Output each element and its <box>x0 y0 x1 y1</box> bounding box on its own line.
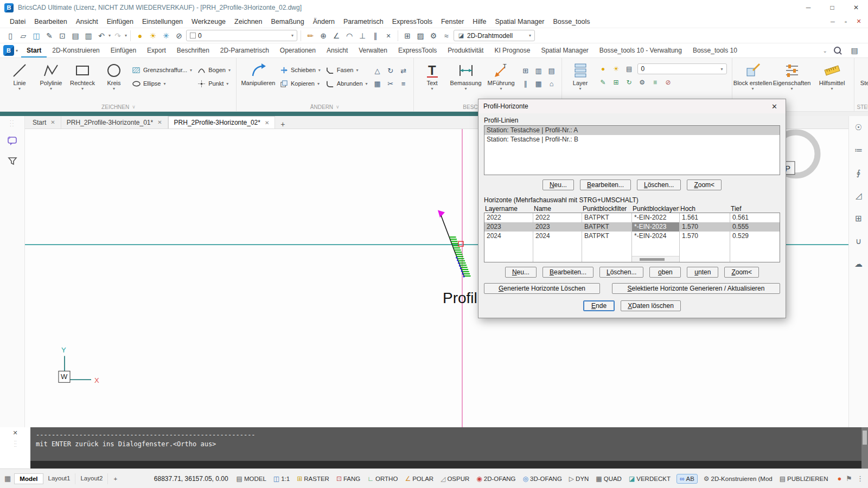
selektierte-horizonte-generieren-button[interactable]: Selektierte Horizonte Generieren / Aktua… <box>612 283 780 294</box>
neu-button[interactable]: Neu... <box>542 179 574 190</box>
scrollbar-thumb[interactable] <box>640 258 665 261</box>
status-toggle[interactable]: ▤ MODEL <box>235 474 267 483</box>
panels-icon[interactable]: ▤ <box>848 44 860 56</box>
group-label-aendern[interactable]: ÄNDERN∨ <box>239 102 411 111</box>
table-cell[interactable]: *-EIN-2023 <box>632 222 679 232</box>
array-icon[interactable]: ▦ <box>372 78 384 89</box>
layer-list-icon[interactable]: ≡ <box>650 78 660 87</box>
ende-button[interactable]: Ende <box>583 300 615 311</box>
filter-icon[interactable] <box>7 156 18 169</box>
snap-intersection-icon[interactable]: × <box>382 30 394 42</box>
trim-icon[interactable]: ✂ <box>385 78 397 89</box>
properties-panel-icon[interactable]: ≔ <box>854 145 863 155</box>
bulb-icon[interactable]: ● <box>598 64 608 74</box>
layer-on-icon[interactable]: ● <box>134 30 146 42</box>
ribbon-tab[interactable]: Spatial Manager <box>535 44 593 57</box>
chevron-down-icon[interactable]: ▾ <box>125 33 127 38</box>
ribbon-tab[interactable]: Ansicht <box>321 44 353 57</box>
menu-item[interactable]: Hilfe <box>468 16 490 27</box>
table-cell[interactable]: 1.570 <box>680 222 730 232</box>
profil-text[interactable]: Profil <box>443 290 477 306</box>
layout-tab[interactable]: Layout1 <box>43 473 76 484</box>
kopieren-tool[interactable]: Kopieren▾ <box>278 78 322 89</box>
column-header[interactable]: Punktblockfilter <box>582 205 631 213</box>
ribbon-tab[interactable]: Start <box>21 44 47 57</box>
rechteck-tool[interactable]: Rechteck▾ <box>67 59 98 91</box>
layout-grid-icon[interactable]: ▦ <box>4 474 11 483</box>
mdi-restore-icon[interactable]: ▫ <box>840 17 852 27</box>
sun-icon[interactable]: ☀ <box>147 30 159 42</box>
group-label-steuerelement[interactable]: STEUERELEM...∨ <box>857 102 868 111</box>
loeschen-button[interactable]: Löschen... <box>599 267 643 278</box>
chevron-down-icon[interactable]: ▾ <box>108 33 111 38</box>
table-cell[interactable]: 2023 <box>533 222 582 232</box>
manipulieren-tool[interactable]: Manipulieren <box>239 59 277 86</box>
schieben-tool[interactable]: Schieben▾ <box>278 65 322 75</box>
snap-perpendicular-icon[interactable]: ⊥ <box>356 30 368 42</box>
command-window[interactable]: ----------------------------------------… <box>30 427 868 468</box>
block-erstellen-tool[interactable]: Block erstellen▾ <box>735 59 771 91</box>
rotate-icon[interactable]: ↻ <box>385 65 397 76</box>
column-header[interactable]: Punktblocklayerfilte <box>631 205 679 213</box>
layer-new-icon[interactable]: ⊞ <box>611 78 621 87</box>
new-file-icon[interactable]: ▯ <box>4 30 16 42</box>
dialog-titlebar[interactable]: Profil-Horizonte ✕ <box>478 99 786 113</box>
grid-icon[interactable]: ▦ <box>533 78 545 89</box>
cloud-icon[interactable]: ☁ <box>854 259 863 269</box>
sun-icon[interactable]: ☀ <box>611 64 621 74</box>
list-item[interactable]: Station: Testachse | Profil-Nr.: B <box>484 135 780 144</box>
status-toggle[interactable]: ◎ 3D-OFANG <box>522 474 563 483</box>
column-header[interactable]: Hoch <box>679 205 730 213</box>
mfuehrung-tool[interactable]: T MFührung▾ <box>484 59 519 91</box>
mline-icon[interactable]: ∥ <box>520 78 532 89</box>
eigenschaften-tool[interactable]: Eigenschaften▾ <box>771 59 813 91</box>
snap-parallel-icon[interactable]: ∥ <box>369 30 381 42</box>
menu-item[interactable]: Werkzeuge <box>187 16 230 27</box>
status-toggle[interactable]: ▷ DYN <box>568 474 590 483</box>
menu-item[interactable]: Einfügen <box>103 16 138 27</box>
table-cell[interactable]: BATPKT <box>582 222 631 232</box>
ribbon-tab[interactable]: KI Prognose <box>489 44 535 57</box>
unten-button[interactable]: unten <box>687 267 718 278</box>
ribbon-tab[interactable]: 2D-Konstruieren <box>47 44 105 57</box>
table-cell[interactable]: 2022 <box>484 213 533 222</box>
column-header[interactable]: Tief <box>730 205 780 213</box>
zoom-button[interactable]: Zoom< <box>687 179 722 190</box>
table-cell[interactable]: 2024 <box>484 232 533 241</box>
loeschen-button[interactable]: Löschen... <box>637 179 681 190</box>
status-toggle[interactable]: ∟ ORTHO <box>366 474 399 483</box>
panel-grip[interactable]: ∙∙∙∙∙∙ <box>10 119 15 127</box>
panel-grip[interactable]: ∙∙∙∙∙∙ <box>14 440 16 448</box>
layer-edit-icon[interactable]: ✎ <box>598 78 608 87</box>
offset-icon[interactable]: ≡ <box>398 78 410 89</box>
stretch-icon[interactable]: ⇄ <box>398 65 410 76</box>
save-as-icon[interactable]: ✎ <box>43 30 55 42</box>
printer-icon[interactable]: ▤ <box>624 64 634 74</box>
steuerelement-tool[interactable]: Steuerelement▾ <box>857 59 868 91</box>
kreis-tool[interactable]: Kreis▾ <box>98 59 130 91</box>
light-bulb-icon[interactable]: ☉ <box>855 123 862 132</box>
status-toggle[interactable]: ⚙ 2D-Konstruieren (Mod <box>703 474 774 483</box>
mdi-close-icon[interactable]: ✕ <box>853 17 865 27</box>
ribbon-tab[interactable]: Beschriften <box>171 44 215 57</box>
menu-item[interactable]: Einstellungen <box>138 16 187 27</box>
bearbeiten-button[interactable]: Bearbeiten... <box>542 267 593 278</box>
status-toggle[interactable]: ▤ PUBLIZIEREN <box>778 474 829 483</box>
field-icon[interactable]: ▥ <box>533 65 545 76</box>
status-toggle[interactable]: ∠ POLAR <box>404 474 435 483</box>
lock-icon[interactable]: ⊘ <box>173 30 185 42</box>
ribbon-tab[interactable]: Operationen <box>275 44 321 57</box>
snap-angle-icon[interactable]: ∠ <box>330 30 342 42</box>
table-cell[interactable]: *-EIN-2022 <box>632 213 679 222</box>
hatch-icon[interactable]: ▨ <box>414 30 426 42</box>
minimize-button[interactable]: ─ <box>796 1 820 15</box>
ribbon-tab[interactable]: Verwalten <box>353 44 393 57</box>
status-toggle[interactable]: ◫ 1:1 <box>272 474 291 483</box>
status-toggle[interactable]: ∞ AB <box>676 474 698 484</box>
menu-item[interactable]: Bemaßung <box>267 16 309 27</box>
materials-icon[interactable]: ∪ <box>856 236 861 246</box>
table-cell[interactable]: 0.529 <box>730 232 780 241</box>
layer-select[interactable]: 0 ▾ <box>186 30 297 41</box>
ribbon-layer-select[interactable]: 0 ▾ <box>637 63 727 74</box>
table-cell[interactable]: 2024 <box>533 232 582 241</box>
